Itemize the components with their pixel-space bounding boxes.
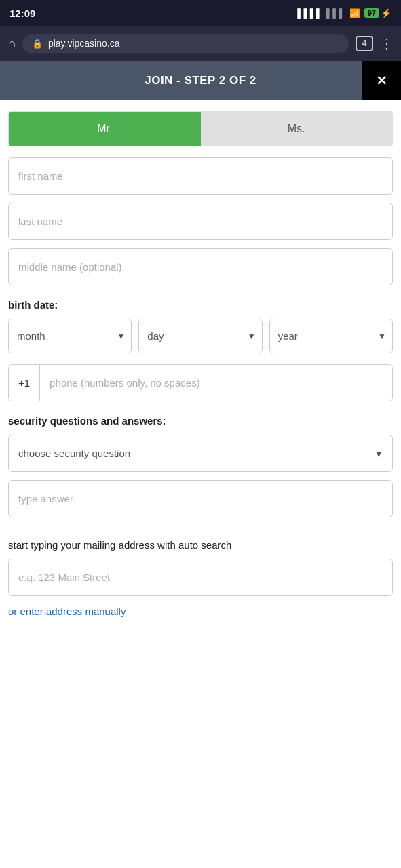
birth-date-label: birth date: [8, 299, 393, 311]
status-icons: ▌▌▌▌ ▌▌▌ 📶 97 ⚡ [297, 8, 392, 18]
year-select-wrap: year for(let y=2006;y>=1920;y--) documen… [269, 319, 393, 353]
middle-name-input[interactable] [8, 248, 393, 285]
gender-toggle: Mr. Ms. [8, 111, 393, 146]
month-select[interactable]: month January February March April May J… [8, 319, 132, 353]
security-question-select[interactable]: choose security question What is your mo… [8, 435, 393, 472]
signal-icon-2: ▌▌▌ [326, 8, 345, 18]
first-name-input[interactable] [8, 157, 393, 195]
month-select-wrap: month January February March April May J… [8, 319, 132, 353]
wifi-icon: 📶 [349, 8, 360, 18]
year-select[interactable]: year for(let y=2006;y>=1920;y--) documen… [269, 319, 393, 353]
day-select[interactable]: day for(let i=1;i<=31;i++) document.writ… [138, 319, 262, 353]
phone-row: +1 [8, 364, 393, 401]
manual-address-link[interactable]: or enter address manually [8, 606, 126, 617]
phone-input[interactable] [40, 365, 392, 401]
mr-button[interactable]: Mr. [9, 112, 201, 146]
last-name-input[interactable] [8, 203, 393, 240]
phone-prefix: +1 [9, 365, 40, 401]
status-time: 12:09 [9, 7, 35, 19]
url-text: play.vipcasino.ca [48, 38, 120, 49]
security-answer-input[interactable] [8, 480, 393, 517]
url-bar[interactable]: 🔒 play.vipcasino.ca [22, 34, 349, 53]
address-input[interactable] [8, 559, 393, 596]
signal-icon: ▌▌▌▌ [297, 8, 322, 18]
tab-count[interactable]: 4 [356, 36, 373, 51]
security-question-select-wrap: choose security question What is your mo… [8, 435, 393, 472]
day-select-wrap: day for(let i=1;i<=31;i++) document.writ… [138, 319, 262, 353]
home-icon[interactable]: ⌂ [8, 37, 16, 51]
form-area: Mr. Ms. birth date: month January Februa… [0, 111, 401, 638]
status-bar: 12:09 ▌▌▌▌ ▌▌▌ 📶 97 ⚡ [0, 0, 401, 26]
ms-button[interactable]: Ms. [201, 112, 393, 146]
page-header: JOIN - STEP 2 OF 2 ✕ [0, 61, 401, 100]
security-label: security questions and answers: [8, 415, 393, 427]
browser-bar: ⌂ 🔒 play.vipcasino.ca 4 ⋮ [0, 26, 401, 61]
date-row: month January February March April May J… [8, 319, 393, 353]
charging-icon: ⚡ [381, 8, 392, 18]
mailing-label: start typing your mailing address with a… [8, 539, 393, 551]
lock-icon: 🔒 [32, 39, 43, 49]
close-button[interactable]: ✕ [362, 61, 401, 100]
menu-icon[interactable]: ⋮ [380, 35, 393, 52]
battery-icon: 97 ⚡ [364, 8, 392, 18]
page-title: JOIN - STEP 2 OF 2 [145, 74, 256, 87]
battery-percent: 97 [364, 8, 379, 18]
